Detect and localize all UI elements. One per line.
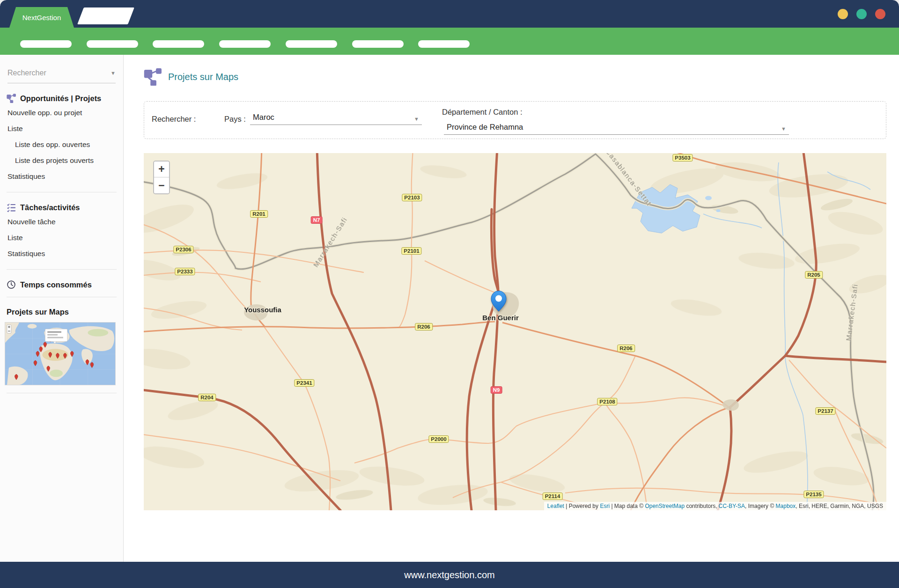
sidebar-section-title: Tâches/activités bbox=[20, 203, 80, 212]
window-minimize-button[interactable] bbox=[838, 9, 848, 19]
sidebar-item[interactable]: Statistiques bbox=[7, 246, 117, 262]
window-close-button[interactable] bbox=[875, 9, 885, 19]
inactive-tab bbox=[77, 7, 134, 24]
footer-url: www.nextgestion.com bbox=[404, 570, 494, 581]
sidebar-item[interactable]: Liste bbox=[7, 121, 117, 137]
sitemap-icon bbox=[144, 68, 162, 86]
nav-item-placeholder[interactable] bbox=[418, 40, 470, 48]
sidebar-section-title: Projets sur Maps bbox=[7, 308, 69, 316]
attribution-link[interactable]: Esri bbox=[600, 503, 610, 509]
country-select[interactable]: Maroc ▼ bbox=[250, 112, 422, 125]
attribution-link[interactable]: OpenStreetMap bbox=[645, 503, 685, 509]
attribution-text: contributors, bbox=[685, 503, 719, 509]
sidebar-section: Projets sur Maps bbox=[7, 308, 117, 385]
sidebar-section: Temps consommés bbox=[7, 280, 117, 289]
sidebar-item[interactable]: Nouvelle opp. ou projet bbox=[7, 105, 117, 121]
filter-country-label: Pays : bbox=[224, 115, 246, 124]
filter-department-label: Département / Canton : bbox=[442, 108, 523, 117]
chevron-down-icon: ▼ bbox=[111, 70, 116, 76]
thumbnail-zoom-control bbox=[7, 325, 11, 333]
attribution-text: | Powered by bbox=[564, 503, 600, 509]
app-window: NextGestion Rechercher ▼ Opportunités | … bbox=[0, 0, 899, 588]
sidebar-section: Opportunités | ProjetsNouvelle opp. ou p… bbox=[7, 94, 117, 184]
page-title: Projets sur Maps bbox=[168, 72, 238, 82]
sidebar-sections: Opportunités | ProjetsNouvelle opp. ou p… bbox=[0, 94, 123, 393]
world-map-thumbnail[interactable] bbox=[5, 322, 116, 385]
department-select[interactable]: Province de Rehamna ▼ bbox=[444, 121, 789, 135]
page-header: Projets sur Maps bbox=[144, 68, 238, 86]
sidebar-section: Tâches/activitésNouvelle tâcheListeStati… bbox=[7, 203, 117, 262]
chevron-down-icon: ▼ bbox=[781, 126, 786, 132]
sidebar-divider bbox=[7, 297, 117, 297]
nav-item-placeholder[interactable] bbox=[87, 40, 138, 48]
map-tiles bbox=[144, 153, 886, 510]
nav-item-placeholder[interactable] bbox=[153, 40, 204, 48]
sidebar-item[interactable]: Statistiques bbox=[7, 169, 117, 184]
sidebar-search-select[interactable]: Rechercher ▼ bbox=[7, 69, 116, 83]
world-map-thumbnail-image bbox=[5, 322, 116, 385]
marker-pin-icon bbox=[490, 290, 507, 312]
nav-bar bbox=[0, 28, 899, 55]
nav-item-placeholder[interactable] bbox=[352, 40, 404, 48]
department-select-value: Province de Rehamna bbox=[447, 123, 523, 132]
sidebar-item[interactable]: Liste bbox=[7, 230, 117, 246]
window-maximize-button[interactable] bbox=[856, 9, 867, 19]
main-content: Projets sur Maps Rechercher : Pays : Mar… bbox=[124, 55, 899, 562]
attribution-link[interactable]: Mapbox bbox=[776, 503, 796, 509]
map-zoom-out-button[interactable]: − bbox=[154, 177, 169, 193]
sitemap-icon bbox=[7, 94, 16, 103]
map-marker-pin[interactable] bbox=[490, 290, 507, 312]
sidebar: Rechercher ▼ Opportunités | ProjetsNouve… bbox=[0, 55, 124, 562]
sidebar-section-title: Opportunités | Projets bbox=[20, 94, 101, 103]
clock-icon bbox=[7, 280, 16, 289]
attribution-text: | Map data © bbox=[610, 503, 645, 509]
footer: www.nextgestion.com bbox=[0, 562, 899, 588]
attribution-text: , Imagery © bbox=[745, 503, 776, 509]
nav-item-placeholder[interactable] bbox=[219, 40, 271, 48]
sidebar-section-header[interactable]: Opportunités | Projets bbox=[7, 94, 117, 103]
country-select-value: Maroc bbox=[253, 113, 274, 122]
attribution-link[interactable]: CC-BY-SA bbox=[719, 503, 745, 509]
nav-item-placeholder[interactable] bbox=[286, 40, 337, 48]
attribution-text: , Esri, HERE, Garmin, NGA, USGS bbox=[796, 503, 883, 509]
brand-logo-text: NextGestion bbox=[22, 14, 61, 22]
map-zoom-control: + − bbox=[153, 161, 170, 194]
map-attribution: Leaflet | Powered by Esri | Map data © O… bbox=[544, 502, 886, 510]
sidebar-section-title: Temps consommés bbox=[20, 280, 92, 289]
sidebar-section-header[interactable]: Temps consommés bbox=[7, 280, 117, 289]
sidebar-section-header[interactable]: Projets sur Maps bbox=[7, 308, 117, 316]
sidebar-section-header[interactable]: Tâches/activités bbox=[7, 203, 117, 212]
sidebar-divider bbox=[7, 192, 117, 192]
chevron-down-icon: ▼ bbox=[414, 116, 419, 122]
filter-panel: Rechercher : Pays : Maroc ▼ Département … bbox=[144, 101, 886, 139]
sidebar-item[interactable]: Nouvelle tâche bbox=[7, 214, 117, 230]
nav-item-placeholder[interactable] bbox=[20, 40, 72, 48]
map-zoom-in-button[interactable]: + bbox=[154, 162, 169, 177]
map-canvas[interactable]: + − P3503P2103R201N7P2306P2333P2101R205R… bbox=[144, 153, 886, 510]
sidebar-item[interactable]: Liste des opp. ouvertes bbox=[7, 137, 117, 153]
titlebar: NextGestion bbox=[0, 0, 899, 28]
filter-search-label: Rechercher : bbox=[152, 115, 196, 124]
sidebar-item[interactable]: Liste des projets ouverts bbox=[7, 153, 117, 169]
brand-tab: NextGestion bbox=[9, 7, 74, 28]
tasks-icon bbox=[7, 203, 16, 212]
sidebar-divider bbox=[7, 393, 117, 393]
attribution-link[interactable]: Leaflet bbox=[547, 503, 564, 509]
sidebar-divider bbox=[7, 269, 117, 270]
sidebar-search-placeholder: Rechercher bbox=[7, 69, 46, 77]
thumbnail-popup bbox=[45, 329, 67, 344]
